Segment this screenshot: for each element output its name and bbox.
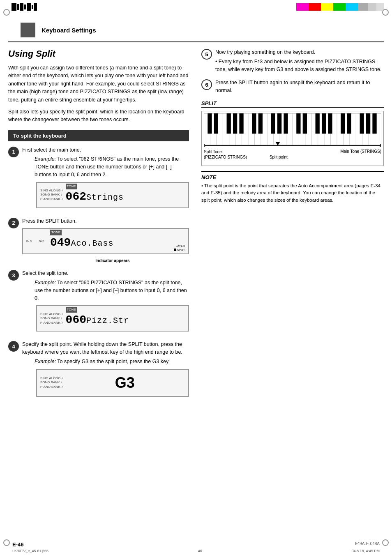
display-content-3: TONE 060 Pizz.Str	[66, 308, 184, 329]
color-block-8	[376, 3, 384, 11]
footer-meta-left: LK90TV_e_45-61.p65	[12, 549, 48, 553]
step-6-main: Press the SPLIT button again to unsplit …	[215, 79, 384, 94]
step-1: 1 First select the main tone. Example: T…	[8, 146, 189, 212]
note-title: NOTE	[201, 174, 384, 180]
intro-text-1: With split you can assign two different …	[8, 64, 189, 104]
color-block-7	[368, 3, 376, 11]
footer-meta-right: 04.8.18, 4:45 PM	[351, 549, 380, 553]
step-6-num: 6	[201, 79, 212, 90]
footer-page: E-46	[12, 541, 23, 548]
step-2-num: 2	[8, 218, 19, 228]
step-2: 2 Press the SPLIT button. n♩n n♩n TONE 0…	[8, 217, 189, 264]
tone-tag-2: TONE	[50, 230, 62, 235]
step-5-bullet: • Every key from F♯3 and below is assign…	[215, 58, 384, 74]
page-title: Keyboard Settings	[42, 27, 96, 34]
step-3-content: Select the split tone. Example: To selec…	[22, 269, 189, 335]
top-color-bar	[296, 3, 384, 11]
display-box-2: n♩n n♩n TONE 049 Aco.Bass LAYER	[22, 228, 189, 254]
example-label-3: Example:	[35, 280, 56, 286]
bar7	[34, 3, 37, 11]
svg-rect-38	[296, 113, 300, 134]
step-4-content: Specify the split point. While holding d…	[22, 341, 189, 400]
color-block-3	[321, 3, 333, 11]
display-g3: G3	[115, 372, 135, 394]
split-tone-label: Split Tone(PIZZICATO STRINGS)	[204, 149, 247, 160]
display-indicators: LAYER SPLIT	[174, 244, 185, 252]
svg-rect-35	[271, 113, 275, 134]
svg-rect-43	[341, 113, 345, 134]
step-1-content: First select the main tone. Example: To …	[22, 146, 189, 212]
step-5: 5 Now try playing something on the keybo…	[201, 48, 384, 73]
bar2	[17, 4, 19, 10]
step-3-num: 3	[8, 270, 19, 281]
step-5-main: Now try playing something on the keyboar…	[215, 48, 384, 56]
step-5-num: 5	[201, 49, 212, 60]
svg-rect-40	[316, 113, 320, 134]
svg-rect-33	[252, 113, 256, 134]
step-4-main: Specify the split point. While holding d…	[22, 341, 189, 356]
bar5	[27, 3, 31, 11]
display-num-3: 060	[66, 311, 86, 329]
display-box-3: SING ALONG ♪SONG BANK ♪PIANO BANK ♪ TONE…	[36, 305, 189, 332]
intro-text-2: Split also lets you specify the split po…	[8, 108, 189, 124]
svg-rect-32	[239, 113, 243, 134]
display-name-1: Strings	[86, 191, 124, 204]
split-indicator-dot	[174, 249, 176, 251]
display-name-2: Aco.Bass	[71, 237, 113, 250]
step-4-num: 4	[8, 341, 19, 352]
layer-indicator: LAYER	[174, 244, 185, 248]
svg-rect-28	[208, 113, 212, 134]
svg-rect-29	[214, 113, 218, 134]
section-title: Using Split	[8, 48, 189, 59]
color-block-2	[309, 3, 321, 11]
example-label-4: Example:	[35, 359, 56, 364]
keyboard-svg: /* keys drawn via SVG rects */	[204, 113, 381, 147]
main-tone-label: Main Tone (STRINGS)	[340, 149, 381, 154]
display-content-2: TONE 049 Aco.Bass	[50, 231, 184, 251]
svg-rect-46	[366, 113, 370, 134]
display-box-1: SING ALONG ♪SONG BANK ♪PIANO BANK ♪ TONE…	[36, 182, 189, 208]
bar3	[20, 3, 23, 11]
display-num-2: 049	[50, 234, 71, 251]
svg-rect-34	[258, 113, 263, 134]
example-label-1: Example:	[35, 156, 56, 162]
step-3-main: Select the split tone.	[22, 269, 189, 277]
display-value-1: 062 Strings	[66, 188, 184, 205]
note-box: NOTE • The split point is the point that…	[201, 171, 384, 204]
display-label-1: SING ALONG ♪SONG BANK ♪PIANO BANK ♪	[40, 189, 63, 201]
display-value-3: 060 Pizz.Str	[66, 311, 184, 329]
footer-meta: LK90TV_e_45-61.p65 46 04.8.18, 4:45 PM	[0, 549, 392, 553]
svg-rect-36	[277, 113, 281, 134]
step-2-content: Press the SPLIT button. n♩n n♩n TONE 049…	[22, 217, 189, 264]
color-block-1	[296, 3, 309, 11]
step-6-content: Press the SPLIT button again to unsplit …	[215, 79, 384, 94]
step-4: 4 Specify the split point. While holding…	[8, 341, 189, 400]
footer-code: 649A-E-048A	[355, 541, 380, 548]
split-section: SPLIT /* keys drawn via SVG rects */	[201, 100, 384, 204]
step-4-example: Example: To specify G3 as the split poin…	[35, 358, 189, 366]
display-label-g3: SING ALONG ♪SONG BANK ♪PIANO BANK ♪	[40, 376, 63, 389]
left-column: Using Split With split you can assign tw…	[8, 48, 197, 406]
display-content-1: TONE 062 Strings	[66, 185, 184, 205]
header-icon	[21, 23, 35, 37]
display-num-1: 062	[66, 188, 86, 205]
bar1	[12, 3, 16, 11]
bar6	[32, 5, 33, 9]
bar4	[24, 5, 26, 9]
step-2-main: Press the SPLIT button.	[22, 217, 189, 225]
step-6: 6 Press the SPLIT button again to unspli…	[201, 79, 384, 94]
tone-tag-1: TONE	[66, 184, 77, 189]
svg-rect-39	[303, 113, 307, 134]
display-value-2: 049 Aco.Bass	[50, 234, 184, 251]
display-label-3: SING ALONG ♪SONG BANK ♪PIANO BANK ♪	[40, 312, 63, 325]
color-block-6	[358, 3, 368, 11]
split-indicator: SPLIT	[174, 248, 185, 252]
step-3-example: Example: To select "060 PIZZICATO STRING…	[35, 279, 189, 302]
display-label-2: n♩n n♩n	[26, 239, 48, 243]
footer: E-46 649A-E-048A	[0, 541, 392, 548]
registration-mark-tr	[382, 9, 389, 16]
svg-rect-41	[322, 113, 326, 134]
display-box-g3: SING ALONG ♪SONG BANK ♪PIANO BANK ♪ G3	[36, 369, 189, 397]
step-1-main: First select the main tone.	[22, 146, 189, 154]
display-name-3: Pizz.Str	[86, 315, 129, 327]
